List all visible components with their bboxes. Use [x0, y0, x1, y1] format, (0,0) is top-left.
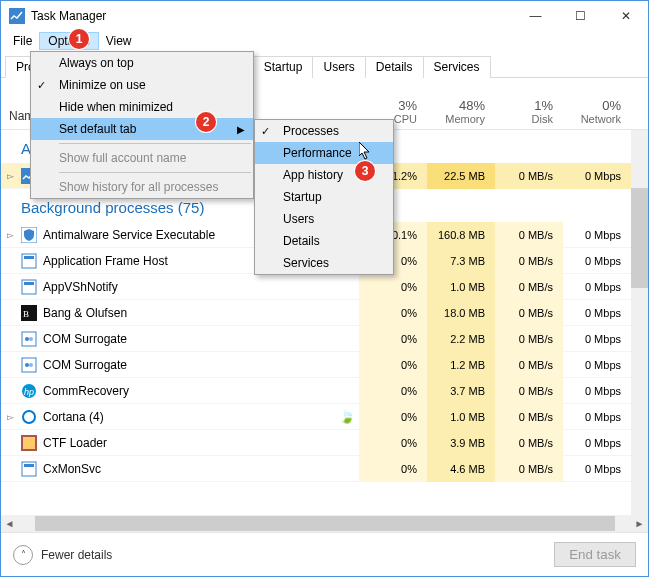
svg-point-11: [29, 337, 33, 341]
process-name: Cortana (4)🍃: [19, 409, 359, 425]
window-title: Task Manager: [31, 9, 513, 23]
cell-memory: 1.2 MB: [427, 352, 495, 378]
bo-icon: B: [21, 305, 37, 321]
table-row[interactable]: COM Surrogate0%2.2 MB0 MB/s0 Mbps: [1, 326, 648, 352]
cell-cpu: 0%: [359, 352, 427, 378]
svg-point-13: [25, 363, 29, 367]
expand-chevron-icon[interactable]: ▻: [1, 230, 19, 240]
cell-disk: 0 MB/s: [495, 352, 563, 378]
cell-disk: 0 MB/s: [495, 222, 563, 248]
process-name: hpCommRecovery: [19, 383, 359, 399]
svg-point-10: [25, 337, 29, 341]
maximize-button[interactable]: ☐: [558, 1, 603, 31]
menu-view[interactable]: View: [98, 33, 140, 49]
cell-network: 0 Mbps: [563, 248, 631, 274]
submenu-item[interactable]: Startup: [255, 186, 393, 208]
menu-file[interactable]: File: [5, 33, 40, 49]
horizontal-scrollbar[interactable]: ◄ ►: [1, 515, 648, 532]
table-row[interactable]: hpCommRecovery0%3.7 MB0 MB/s0 Mbps: [1, 378, 648, 404]
close-button[interactable]: ✕: [603, 1, 648, 31]
vertical-scrollbar[interactable]: [631, 130, 648, 534]
tab-users[interactable]: Users: [312, 56, 365, 78]
hp-icon: hp: [21, 383, 37, 399]
check-icon: ✓: [261, 125, 270, 138]
cell-network: 0 Mbps: [563, 222, 631, 248]
table-row[interactable]: COM Surrogate0%1.2 MB0 MB/s0 Mbps: [1, 352, 648, 378]
footer: ˄ Fewer details End task: [1, 532, 648, 576]
cell-cpu: 0%: [359, 300, 427, 326]
submenu-item[interactable]: Users: [255, 208, 393, 230]
app-icon: [21, 279, 37, 295]
cell-network: 0 Mbps: [563, 274, 631, 300]
cell-disk: 0 MB/s: [495, 456, 563, 482]
cell-network: 0 Mbps: [563, 378, 631, 404]
column-network[interactable]: 0% Network: [563, 98, 631, 125]
table-row[interactable]: CxMonSvc0%4.6 MB0 MB/s0 Mbps: [1, 456, 648, 482]
cell-disk: 0 MB/s: [495, 326, 563, 352]
cell-network: 0 Mbps: [563, 456, 631, 482]
scrollbar-thumb[interactable]: [35, 516, 615, 531]
svg-rect-6: [24, 282, 34, 285]
cell-cpu: 0%: [359, 430, 427, 456]
titlebar: Task Manager — ☐ ✕: [1, 1, 648, 31]
tab-details[interactable]: Details: [365, 56, 424, 78]
column-memory[interactable]: 48% Memory: [427, 98, 495, 125]
cell-network: 0 Mbps: [563, 352, 631, 378]
cell-disk: 0 MB/s: [495, 248, 563, 274]
cell-cpu: 0%: [359, 378, 427, 404]
menu-item: Show history for all processes: [31, 176, 253, 198]
table-row[interactable]: ▻Cortana (4)🍃0%1.0 MB0 MB/s0 Mbps: [1, 404, 648, 430]
submenu-item[interactable]: Details: [255, 230, 393, 252]
annotation-badge-2: 2: [196, 112, 216, 132]
cell-network: 0 Mbps: [563, 404, 631, 430]
end-task-button[interactable]: End task: [554, 542, 636, 567]
submenu-item[interactable]: ✓Processes: [255, 120, 393, 142]
cell-memory: 4.6 MB: [427, 456, 495, 482]
minimize-button[interactable]: —: [513, 1, 558, 31]
tab-startup[interactable]: Startup: [253, 56, 314, 78]
cell-disk: 0 MB/s: [495, 378, 563, 404]
cortana-icon: [21, 409, 37, 425]
cell-disk: 0 MB/s: [495, 430, 563, 456]
cell-cpu: 0%: [359, 274, 427, 300]
cell-memory: 22.5 MB: [427, 163, 495, 189]
cell-memory: 7.3 MB: [427, 248, 495, 274]
cell-memory: 160.8 MB: [427, 222, 495, 248]
leaf-icon: 🍃: [339, 409, 355, 424]
shield-icon: [21, 227, 37, 243]
submenu-item[interactable]: Services: [255, 252, 393, 274]
expand-chevron-icon[interactable]: ▻: [1, 412, 19, 422]
app-icon: [21, 253, 37, 269]
menu-item[interactable]: Always on top: [31, 52, 253, 74]
svg-point-17: [23, 411, 35, 423]
cell-memory: 18.0 MB: [427, 300, 495, 326]
check-icon: ✓: [37, 79, 46, 92]
menu-item[interactable]: Hide when minimized: [31, 96, 253, 118]
annotation-badge-3: 3: [355, 161, 375, 181]
cell-memory: 3.7 MB: [427, 378, 495, 404]
cell-cpu: 0%: [359, 326, 427, 352]
scrollbar-thumb[interactable]: [631, 188, 648, 288]
task-manager-icon: [9, 8, 25, 24]
options-menu: Always on top✓Minimize on useHide when m…: [30, 51, 254, 199]
cell-network: 0 Mbps: [563, 430, 631, 456]
chevron-up-icon: ˄: [13, 545, 33, 565]
process-name: AppVShNotify: [19, 279, 359, 295]
cell-disk: 0 MB/s: [495, 163, 563, 189]
menu-item[interactable]: ✓Minimize on use: [31, 74, 253, 96]
cell-memory: 3.9 MB: [427, 430, 495, 456]
scroll-right-icon[interactable]: ►: [631, 518, 648, 529]
expand-chevron-icon[interactable]: ▻: [1, 171, 19, 181]
fewer-details-button[interactable]: ˄ Fewer details: [13, 545, 112, 565]
svg-rect-4: [24, 256, 34, 259]
svg-point-14: [29, 363, 33, 367]
table-row[interactable]: BBang & Olufsen0%18.0 MB0 MB/s0 Mbps: [1, 300, 648, 326]
com-icon: [21, 331, 37, 347]
scroll-left-icon[interactable]: ◄: [1, 518, 18, 529]
column-disk[interactable]: 1% Disk: [495, 98, 563, 125]
menu-item[interactable]: Set default tab▶: [31, 118, 253, 140]
tab-services[interactable]: Services: [423, 56, 491, 78]
process-name: COM Surrogate: [19, 331, 359, 347]
table-row[interactable]: CTF Loader0%3.9 MB0 MB/s0 Mbps: [1, 430, 648, 456]
table-row[interactable]: AppVShNotify0%1.0 MB0 MB/s0 Mbps: [1, 274, 648, 300]
